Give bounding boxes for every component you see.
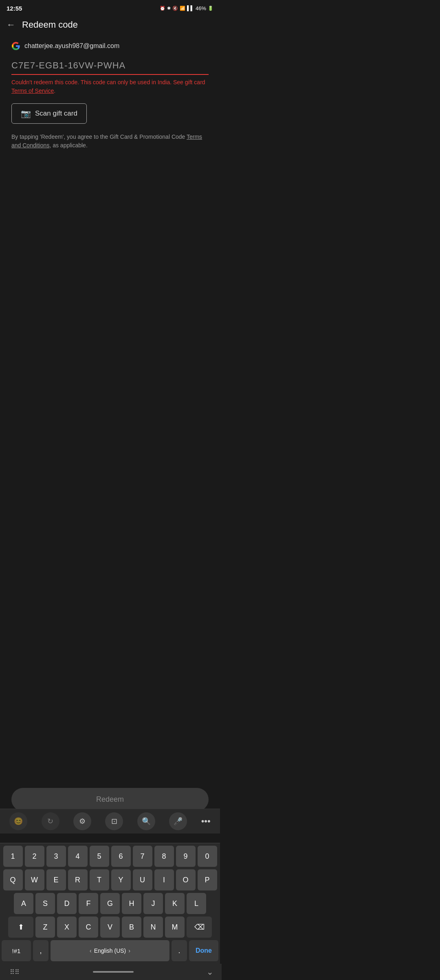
camera-icon: 📷 [21,109,31,118]
wifi-icon: 📶 [180,6,185,11]
terms-part1: By tapping 'Redeem', you agree to the Gi… [11,133,187,140]
account-email: chatterjee.ayush987@gmail.com [24,42,119,50]
error-text-part2: . [54,88,55,94]
battery-icon: 🔋 [208,6,213,11]
battery-percent: 46% [196,5,206,11]
scan-btn-label: Scan gift card [35,109,77,118]
page-title: Redeem code [22,20,78,30]
bluetooth-icon: ✱ [167,6,171,11]
top-bar: ← Redeem code [0,15,220,35]
google-logo [11,42,20,50]
terms-text: By tapping 'Redeem', you agree to the Gi… [11,133,209,150]
error-text-part1: Couldn't redeem this code. This code can… [11,79,205,85]
back-button[interactable]: ← [7,20,15,30]
terms-of-service-link[interactable]: Terms of Service [11,88,54,94]
scan-gift-card-button[interactable]: 📷 Scan gift card [11,103,87,124]
code-input-wrapper[interactable] [11,59,209,75]
main-content: chatterjee.ayush987@gmail.com Couldn't r… [0,35,220,156]
account-row: chatterjee.ayush987@gmail.com [11,42,209,50]
terms-part2: , as applicable. [49,142,87,149]
status-icons: ⏰ ✱ 🔇 📶 ▌▌ 46% 🔋 [160,5,213,11]
status-time: 12:55 [7,5,22,12]
alarm-icon: ⏰ [160,6,165,11]
signal-icon: ▌▌ [187,5,194,11]
error-message: Couldn't redeem this code. This code can… [11,78,209,95]
code-input[interactable] [11,59,209,75]
status-bar: 12:55 ⏰ ✱ 🔇 📶 ▌▌ 46% 🔋 [0,0,220,15]
mute-icon: 🔇 [172,6,178,11]
